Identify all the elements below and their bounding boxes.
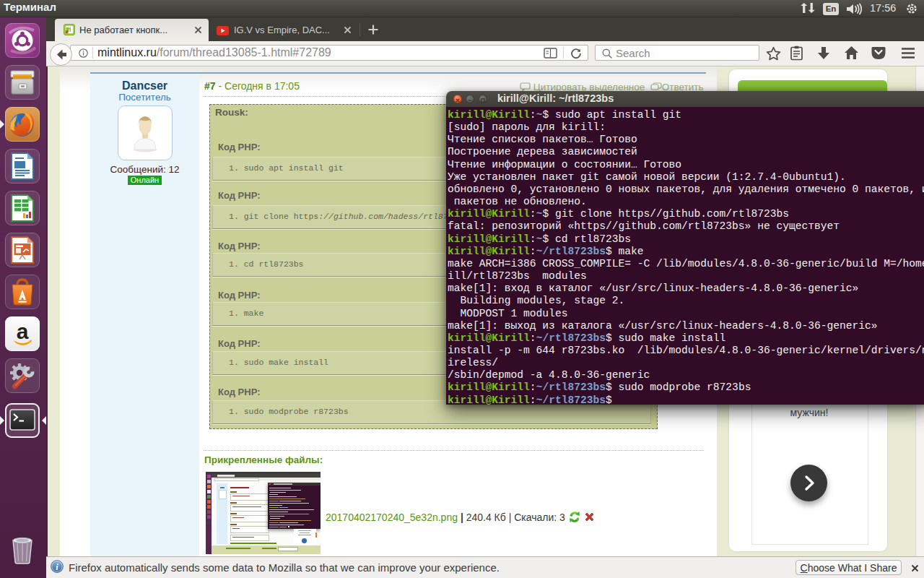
svg-text:a: a bbox=[17, 319, 29, 343]
svg-text:i: i bbox=[56, 562, 58, 572]
